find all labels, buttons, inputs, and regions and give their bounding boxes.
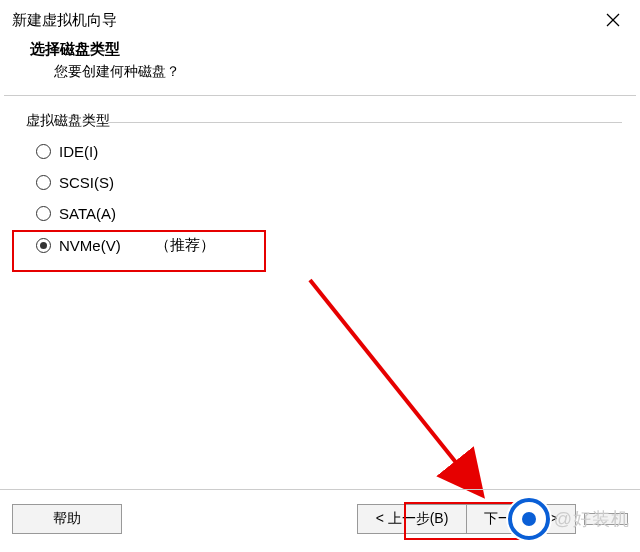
radio-option-nvme[interactable]: NVMe(V) （推荐） (36, 229, 622, 262)
titlebar: 新建虚拟机向导 (0, 0, 640, 40)
radio-option-scsi[interactable]: SCSI(S) (36, 167, 622, 198)
wizard-header: 选择磁盘类型 您要创建何种磁盘？ (0, 40, 640, 95)
radio-label: SCSI(S) (59, 174, 114, 191)
radio-icon (36, 238, 51, 253)
radio-label: IDE(I) (59, 143, 98, 160)
watermark: @好装机 (508, 496, 630, 542)
radio-icon (36, 175, 51, 190)
help-button[interactable]: 帮助 (12, 504, 122, 534)
watermark-text: @好装机 (554, 507, 630, 531)
svg-line-2 (310, 280, 470, 480)
radio-label: NVMe(V) (59, 237, 121, 254)
radio-icon (36, 206, 51, 221)
fieldset-legend: 虚拟磁盘类型 (22, 112, 114, 130)
recommend-label: （推荐） (155, 236, 215, 255)
annotation-arrow (300, 270, 520, 500)
content-area: 虚拟磁盘类型 IDE(I) SCSI(S) SATA(A) (0, 96, 640, 262)
radio-option-ide[interactable]: IDE(I) (36, 136, 622, 167)
fieldset-line (108, 122, 622, 123)
back-button[interactable]: < 上一步(B) (357, 504, 467, 534)
page-subtitle: 您要创建何种磁盘？ (54, 63, 610, 81)
radio-icon (36, 144, 51, 159)
radio-option-sata[interactable]: SATA(A) (36, 198, 622, 229)
page-title: 选择磁盘类型 (30, 40, 610, 59)
disk-type-fieldset: 虚拟磁盘类型 IDE(I) SCSI(S) SATA(A) (18, 114, 622, 262)
window-title: 新建虚拟机向导 (12, 11, 117, 30)
radio-label: SATA(A) (59, 205, 116, 222)
radio-group: IDE(I) SCSI(S) SATA(A) NVMe(V) (18, 126, 622, 262)
close-icon[interactable] (598, 5, 628, 35)
watermark-logo-icon (508, 498, 550, 540)
